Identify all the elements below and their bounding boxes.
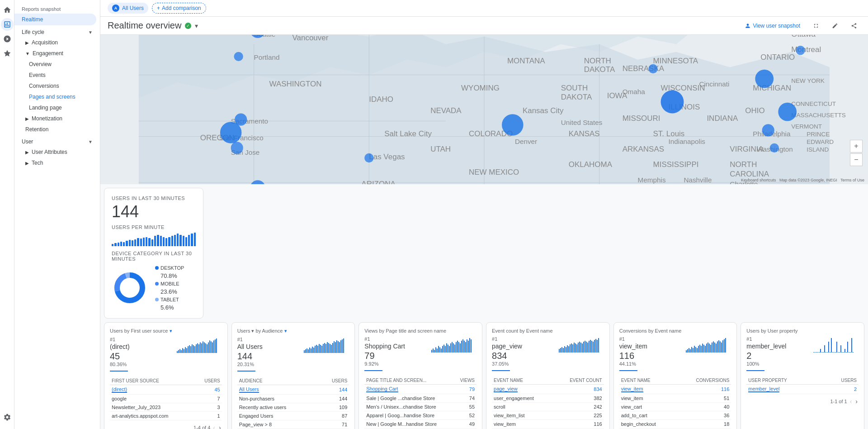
chart-bar <box>826 352 826 353</box>
row-name: (direct) <box>110 385 195 394</box>
chart-bar <box>327 342 328 353</box>
svg-point-79 <box>231 142 243 154</box>
sidebar-item-acquisition[interactable]: ▶ Acquisition <box>14 37 100 48</box>
sidebar-item-tech[interactable]: ▶ Tech <box>14 157 100 168</box>
prev-page-button[interactable]: ‹ <box>849 397 853 406</box>
user-property-pct: 100% <box>746 361 786 367</box>
chart-bar <box>831 338 832 353</box>
table-row: view_item51 <box>619 394 731 402</box>
row-name: Men's / Unisex...chandise Store <box>364 402 454 411</box>
svg-text:Portland: Portland <box>254 53 280 61</box>
settings-icon[interactable] <box>1 411 14 424</box>
svg-text:NEVADA: NEVADA <box>430 106 462 115</box>
scrollable-content[interactable]: NORTH DAKOTA MONTANA MINNESOTA WISCONSIN… <box>100 35 868 429</box>
svg-text:Denver: Denver <box>515 138 537 145</box>
zoom-in-button[interactable]: + <box>850 140 863 153</box>
row-name: view_item <box>619 394 676 402</box>
sidebar-item-engagement[interactable]: ▼ Engagement <box>14 48 100 59</box>
chart-bar <box>196 344 197 353</box>
data-card-event-count: Event count by Event name #1 page_view 8… <box>486 322 610 429</box>
chart-bar <box>689 348 689 353</box>
home-icon[interactable] <box>1 4 14 16</box>
lifecycle-section[interactable]: Life cycle ▼ <box>14 25 100 37</box>
reports-icon[interactable] <box>1 18 14 31</box>
user-section[interactable]: User ▼ <box>14 135 100 147</box>
user-property-pagination: 1-1 of 1 ‹ › <box>746 397 859 406</box>
chart-bar <box>699 344 700 352</box>
conversions-table: EVENT NAMECONVERSIONSview_item116view_it… <box>619 377 731 429</box>
table-row: begin_checkout18 <box>619 419 731 428</box>
chart-bar <box>595 339 596 353</box>
mobile-legend: MOBILE <box>155 281 184 286</box>
sidebar-sub-landing[interactable]: Landing page <box>14 102 100 113</box>
chart-bar <box>850 352 851 353</box>
chart-bar <box>321 346 322 353</box>
sidebar-sub-events[interactable]: Events <box>14 70 100 81</box>
chart-bar <box>332 343 333 353</box>
row-value: 71 <box>319 420 349 429</box>
chart-bar <box>834 352 835 353</box>
sidebar-item-user-attributes[interactable]: ▶ User Attributes <box>14 147 100 157</box>
table-row: add_to_cart36 <box>619 411 731 419</box>
next-page-button[interactable]: › <box>854 397 859 406</box>
chart-bar <box>212 342 213 353</box>
chart-bar <box>705 346 706 353</box>
dropdown-arrow-icon[interactable]: ▾ <box>195 22 198 29</box>
chart-bar <box>574 343 575 353</box>
page-views-chart <box>431 336 476 353</box>
expand-button[interactable] <box>809 21 823 31</box>
edit-button[interactable] <box>828 21 842 31</box>
users-per-min-chart <box>112 232 196 246</box>
advertising-icon[interactable] <box>1 47 14 60</box>
user-property-rank: #1 <box>746 336 786 342</box>
chart-bar <box>828 342 829 353</box>
table-row: member_level2 <box>746 384 859 394</box>
svg-text:ARIZONA: ARIZONA <box>361 180 396 184</box>
svg-text:ONTARIO: ONTARIO <box>760 53 795 62</box>
bar <box>123 242 125 246</box>
sidebar-item-monetization[interactable]: ▶ Monetization <box>14 113 100 124</box>
chart-bar <box>312 347 313 353</box>
dropdown-arrow[interactable]: ▾ <box>170 328 172 334</box>
sidebar-item-retention[interactable]: Retention <box>14 124 100 135</box>
lifecycle-arrow: ▼ <box>88 30 93 35</box>
row-name-highlighted: member_level <box>748 386 779 392</box>
page-title: Realtime overview ▾ <box>108 20 198 31</box>
sidebar-sub-pages[interactable]: Pages and screens <box>14 91 100 102</box>
svg-text:KANSAS: KANSAS <box>569 129 600 138</box>
table-row: view_item116 <box>492 419 604 428</box>
zoom-out-button[interactable]: − <box>850 153 863 166</box>
prev-page-button[interactable]: ‹ <box>212 423 216 429</box>
svg-text:WASHINGTON: WASHINGTON <box>269 80 322 88</box>
data-card-user-property: Users by User property #1 member_level 2… <box>741 322 864 429</box>
chart-bar <box>564 346 565 353</box>
chart-bar <box>182 348 183 353</box>
page-header: Realtime overview ▾ View user snapshot <box>100 17 868 35</box>
chart-bar <box>589 341 590 353</box>
chart-bar <box>563 348 564 353</box>
add-comparison-button[interactable]: + Add comparison <box>152 3 206 14</box>
all-users-pill[interactable]: A All Users <box>108 3 148 14</box>
svg-text:Indianapolis: Indianapolis <box>669 138 706 145</box>
share-button[interactable] <box>847 21 861 31</box>
share-icon <box>851 23 857 29</box>
device-legend: DESKTOP 70.8% MOBILE 23.6% TABLET 5.6% <box>155 265 184 311</box>
sidebar-realtime[interactable]: Realtime <box>14 14 96 25</box>
monetization-chevron: ▶ <box>25 116 29 121</box>
view-user-snapshot-button[interactable]: View user snapshot <box>741 21 804 31</box>
retention-label: Retention <box>25 126 48 133</box>
chart-bar <box>439 347 440 353</box>
svg-text:Ottawa: Ottawa <box>791 35 816 38</box>
sidebar-sub-overview[interactable]: Overview <box>14 59 100 70</box>
page-views-separator <box>364 370 382 371</box>
explore-icon[interactable] <box>1 33 14 45</box>
page-views-table: PAGE TITLE AND SCREEN...VIEWSShopping Ca… <box>364 377 476 429</box>
svg-point-78 <box>220 122 242 143</box>
dropdown-arrow[interactable]: ▾ <box>284 328 287 334</box>
svg-text:NEBRASKA: NEBRASKA <box>623 64 665 73</box>
chart-bar <box>211 341 212 353</box>
page-views-name: Shopping Cart <box>364 343 405 350</box>
sidebar-sub-conversions[interactable]: Conversions <box>14 81 100 91</box>
next-page-button[interactable]: › <box>218 423 222 429</box>
bar <box>188 235 190 246</box>
